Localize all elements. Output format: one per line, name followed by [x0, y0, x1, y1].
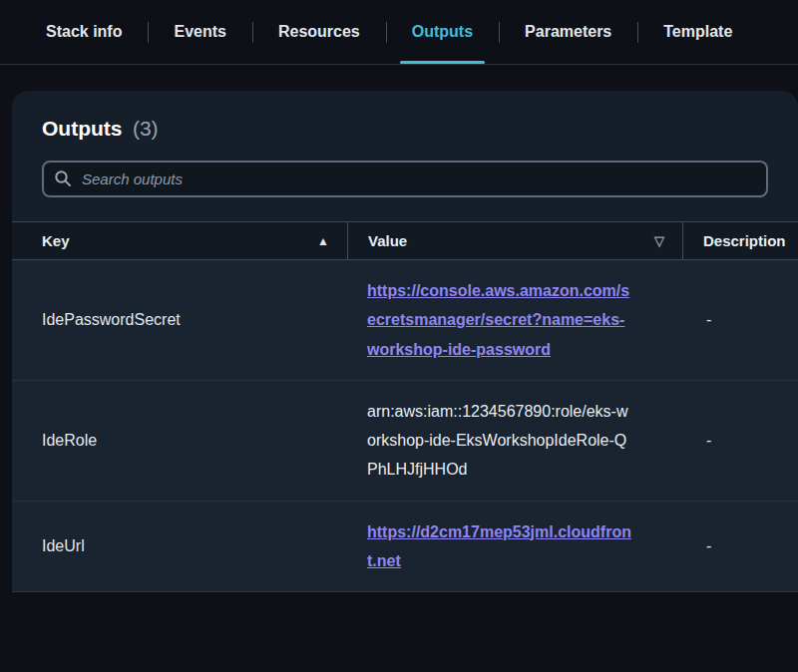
tab-stack-info[interactable]: Stack info	[20, 0, 148, 64]
sort-inactive-icon: ▽	[654, 233, 664, 248]
column-label-key: Key	[42, 232, 70, 249]
table-header-row: Key ▲ Value ▽ Description	[12, 221, 798, 260]
output-value-link[interactable]: https://console.aws.amazon.com/secretsma…	[367, 276, 631, 364]
outputs-count-badge: (3)	[133, 117, 159, 140]
table-row: IdeRole arn:aws:iam::1234567890:role/eks…	[12, 381, 798, 502]
output-value-cell: arn:aws:iam::1234567890:role/eks-worksho…	[347, 381, 682, 501]
sort-ascending-icon: ▲	[317, 234, 329, 248]
table-row: IdeUrl https://d2cm17mep53jml.cloudfront…	[12, 502, 798, 592]
output-value-link[interactable]: https://d2cm17mep53jml.cloudfront.net	[367, 517, 631, 576]
table-row: IdePasswordSecret https://console.aws.am…	[12, 260, 798, 381]
outputs-panel: Outputs (3) Key ▲ Value ▽ Description Id…	[12, 91, 798, 592]
page-title: Outputs	[42, 117, 122, 140]
tab-template[interactable]: Template	[637, 0, 758, 64]
output-description: -	[682, 416, 798, 466]
search-container	[42, 161, 768, 197]
column-header-key[interactable]: Key ▲	[12, 222, 347, 259]
tab-parameters[interactable]: Parameters	[499, 0, 637, 64]
tab-events[interactable]: Events	[148, 0, 251, 64]
tab-resources[interactable]: Resources	[252, 0, 386, 64]
output-description: -	[682, 295, 798, 345]
search-input[interactable]	[42, 161, 768, 197]
tab-outputs[interactable]: Outputs	[386, 0, 499, 64]
column-header-description[interactable]: Description	[682, 222, 798, 259]
outputs-panel-header: Outputs (3)	[12, 91, 798, 141]
output-key: IdeUrl	[12, 521, 347, 571]
output-value-text: arn:aws:iam::1234567890:role/eks-worksho…	[367, 397, 631, 485]
output-key: IdeRole	[12, 416, 347, 466]
column-label-value: Value	[368, 232, 407, 249]
output-description: -	[682, 521, 798, 571]
column-label-description: Description	[703, 232, 786, 249]
output-value-cell: https://d2cm17mep53jml.cloudfront.net	[347, 502, 682, 592]
output-value-cell: https://console.aws.amazon.com/secretsma…	[347, 260, 682, 380]
output-key: IdePasswordSecret	[12, 295, 347, 345]
column-header-value[interactable]: Value ▽	[347, 222, 682, 259]
stack-detail-tabs: Stack info Events Resources Outputs Para…	[0, 0, 798, 65]
